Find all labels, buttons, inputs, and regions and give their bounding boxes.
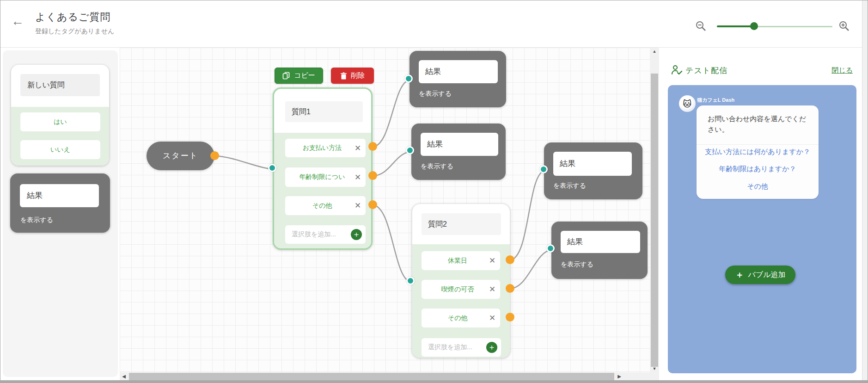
page-subtitle: 登録したタグがありません xyxy=(35,27,114,36)
question-node-1[interactable]: 質問1 お支払い方法 ✕ 年齢制限につい ✕ その他 ✕ 選択肢を追加... ＋ xyxy=(273,87,373,250)
result-2-suffix-label: を表示する xyxy=(421,162,453,171)
question-1-option-2-output-port[interactable] xyxy=(368,171,377,180)
quick-reply-2[interactable]: 年齢制限はありますか？ xyxy=(697,165,819,173)
question-2-option-2[interactable]: 喫煙の可否 ✕ xyxy=(422,280,500,299)
result-node-3[interactable]: 結果 を表示する xyxy=(544,142,642,199)
bubble-message: お問い合わせ内容を選んでください。 xyxy=(708,113,808,135)
remove-option-icon[interactable]: ✕ xyxy=(484,313,500,323)
header: ← よくあるご質問 登録したタグがありません xyxy=(0,0,868,48)
remove-option-icon[interactable]: ✕ xyxy=(484,284,500,294)
add-option-placeholder: 選択肢を追加... xyxy=(285,230,351,239)
test-delivery-panel: テスト配信 閉じる 🐱 猫カフェL Dash お問い合わせ内容を選んでください。… xyxy=(659,48,863,381)
chat-bubble: お問い合わせ内容を選んでください。 支払い方法には何がありますか？ 年齢制限はあ… xyxy=(697,105,819,199)
add-option-plus-icon[interactable]: ＋ xyxy=(351,229,362,240)
result-1-suffix-label: を表示する xyxy=(419,90,452,98)
question-template-option-no[interactable]: いいえ xyxy=(20,140,100,159)
add-bubble-label: バブル追加 xyxy=(748,270,785,280)
chat-preview-area: 🐱 猫カフェL Dash お問い合わせ内容を選んでください。 支払い方法には何が… xyxy=(668,85,856,373)
vertical-scroll-thumb[interactable] xyxy=(651,74,658,367)
zoom-out-icon[interactable] xyxy=(695,20,707,32)
scroll-up-arrow-icon[interactable]: ▲ xyxy=(650,48,659,55)
plus-icon: ＋ xyxy=(735,269,744,281)
close-panel-link[interactable]: 閉じる xyxy=(831,66,853,75)
remove-option-icon[interactable]: ✕ xyxy=(350,201,366,210)
test-delivery-title: テスト配信 xyxy=(685,65,727,76)
question-1-input-port[interactable] xyxy=(268,164,276,172)
horizontal-scroll-thumb[interactable] xyxy=(129,373,614,380)
add-option-plus-icon[interactable]: ＋ xyxy=(486,342,497,353)
question-1-option-2[interactable]: 年齢制限につい ✕ xyxy=(285,167,366,187)
result-2-name-input[interactable]: 結果 xyxy=(421,133,498,156)
result-1-name-input[interactable]: 結果 xyxy=(419,60,498,83)
result-3-suffix-label: を表示する xyxy=(553,182,586,190)
copy-icon xyxy=(282,72,290,80)
scroll-right-arrow-icon[interactable]: ▶ xyxy=(615,372,623,381)
question-1-option-3[interactable]: その他 ✕ xyxy=(285,196,366,215)
result-node-1[interactable]: 結果 を表示する xyxy=(410,51,506,107)
remove-option-icon[interactable]: ✕ xyxy=(350,143,366,153)
question-template-name-input[interactable]: 新しい質問 xyxy=(20,74,100,96)
question-2-option-3[interactable]: その他 ✕ xyxy=(422,309,500,327)
option-label: 休業日 xyxy=(422,257,484,265)
template-sidebar: 新しい質問 はい いいえ 結果 を表示する xyxy=(3,50,118,377)
canvas-vertical-scrollbar[interactable]: ▲ ▼ xyxy=(650,48,659,372)
question-2-title-input[interactable]: 質問2 xyxy=(422,213,501,235)
app-window: ← よくあるご質問 登録したタグがありません 新しい質問 はい いいえ 結果 を… xyxy=(0,0,868,383)
bubble-divider xyxy=(697,144,819,145)
question-2-add-option-input[interactable]: 選択肢を追加... ＋ xyxy=(422,338,501,357)
result-4-name-input[interactable]: 結果 xyxy=(561,231,640,253)
sender-avatar: 🐱 xyxy=(679,95,696,112)
result-template-name-input[interactable]: 結果 xyxy=(20,184,99,207)
page-scrollbar-track[interactable] xyxy=(862,0,868,383)
quick-reply-1[interactable]: 支払い方法には何がありますか？ xyxy=(697,148,819,156)
quick-reply-3[interactable]: その他 xyxy=(697,182,819,191)
zoom-in-icon[interactable] xyxy=(838,20,850,32)
question-node-2[interactable]: 質問2 休業日 ✕ 喫煙の可否 ✕ その他 ✕ 選択肢を追加... ＋ xyxy=(412,204,510,358)
connection-wires xyxy=(120,48,659,381)
question-1-option-1[interactable]: お支払い方法 ✕ xyxy=(285,139,366,157)
result-2-input-port[interactable] xyxy=(406,146,414,154)
scroll-down-arrow-icon[interactable]: ▼ xyxy=(650,365,659,372)
page-title: よくあるご質問 xyxy=(35,10,111,24)
question-2-option-2-output-port[interactable] xyxy=(506,284,514,293)
flow-canvas[interactable]: スタート コピー 削除 質問1 お支払い方法 ✕ 年齢制限につい ✕ その他 ✕ xyxy=(120,48,659,381)
question-2-option-3-output-port[interactable] xyxy=(506,313,514,321)
question-2-option-1[interactable]: 休業日 ✕ xyxy=(422,251,500,270)
zoom-slider-thumb[interactable] xyxy=(750,22,758,30)
person-check-icon xyxy=(671,64,683,77)
question-1-add-option-input[interactable]: 選択肢を追加... ＋ xyxy=(285,225,366,244)
result-3-input-port[interactable] xyxy=(539,165,548,173)
delete-button[interactable]: 削除 xyxy=(331,68,374,84)
result-3-name-input[interactable]: 結果 xyxy=(553,152,632,176)
add-bubble-button[interactable]: ＋ バブル追加 xyxy=(725,266,795,284)
result-1-input-port[interactable] xyxy=(404,74,413,83)
remove-option-icon[interactable]: ✕ xyxy=(484,256,500,266)
question-2-input-port[interactable] xyxy=(406,277,415,285)
result-4-input-port[interactable] xyxy=(546,244,555,253)
trash-icon xyxy=(340,72,347,80)
canvas-horizontal-scrollbar[interactable]: ◀ ▶ xyxy=(120,372,659,381)
remove-option-icon[interactable]: ✕ xyxy=(350,173,366,182)
result-node-2[interactable]: 結果 を表示する xyxy=(411,124,506,180)
window-bottom-edge xyxy=(0,380,868,383)
option-label: 年齢制限につい xyxy=(285,173,350,181)
sender-name: 猫カフェL Dash xyxy=(697,97,734,104)
question-template-option-yes[interactable]: はい xyxy=(20,112,100,131)
option-label: その他 xyxy=(285,202,350,210)
copy-button[interactable]: コピー xyxy=(275,68,323,84)
question-1-option-1-output-port[interactable] xyxy=(368,142,377,151)
question-1-option-3-output-port[interactable] xyxy=(368,200,377,209)
start-output-port[interactable] xyxy=(210,151,219,160)
question-1-title-input[interactable]: 質問1 xyxy=(285,101,363,122)
option-label: 喫煙の可否 xyxy=(422,285,484,294)
result-4-suffix-label: を表示する xyxy=(561,260,593,269)
start-node[interactable]: スタート xyxy=(147,142,214,170)
back-arrow-icon[interactable]: ← xyxy=(10,13,25,29)
result-template-card[interactable]: 結果 を表示する xyxy=(10,173,110,233)
copy-button-label: コピー xyxy=(294,71,315,80)
question-2-option-1-output-port[interactable] xyxy=(506,255,514,264)
result-node-4[interactable]: 結果 を表示する xyxy=(551,222,648,279)
question-template-card[interactable]: 新しい質問 はい いいえ xyxy=(11,65,109,166)
scroll-left-arrow-icon[interactable]: ◀ xyxy=(120,372,128,381)
delete-button-label: 削除 xyxy=(351,71,365,80)
